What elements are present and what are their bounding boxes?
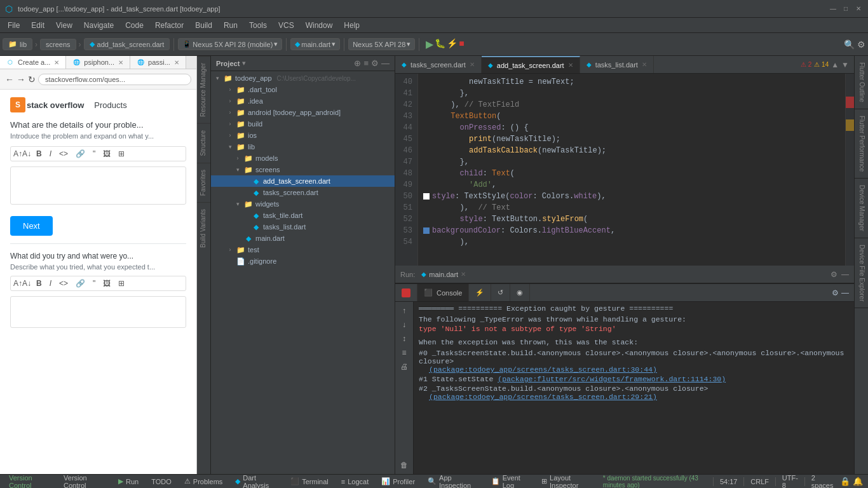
notifications-icon[interactable]: 🔔 xyxy=(853,477,863,486)
tab-tasks-list[interactable]: ◆ tasks_list.dart ✕ xyxy=(580,56,654,73)
menu-window[interactable]: Window xyxy=(301,20,338,31)
code-icon2[interactable]: <> xyxy=(57,279,71,288)
build-variants-tab[interactable]: Build Variants xyxy=(197,202,210,254)
minimize-button[interactable]: — xyxy=(829,4,837,13)
minimize-run-icon[interactable]: — xyxy=(841,270,849,279)
favorites-tab[interactable]: Favorites xyxy=(197,163,210,202)
flutter-performance-tab[interactable]: Flutter Performance xyxy=(855,109,868,179)
device-selector[interactable]: 📱 Nexus 5X API 28 (mobile) ▾ xyxy=(178,38,282,50)
stop-button[interactable]: ■ xyxy=(459,38,464,50)
api-selector[interactable]: Nexus 5X API 28 ▾ xyxy=(348,38,415,50)
menu-refactor[interactable]: Refactor xyxy=(150,20,189,31)
tree-screens[interactable]: ▾ 📁 screens xyxy=(211,164,395,175)
tree-idea[interactable]: › 📁 .idea xyxy=(211,95,395,107)
scroll-up-btn[interactable]: ↑ xyxy=(398,304,410,317)
tree-tasks-screen[interactable]: ◆ tasks_screen.dart xyxy=(211,187,395,198)
link-icon2[interactable]: 🔗 xyxy=(73,279,88,288)
tab-lightning[interactable]: ⚡ xyxy=(469,284,491,301)
frame2-link-text[interactable]: (package:todoey_app/screens/tasks_screen… xyxy=(429,393,657,401)
menu-run[interactable]: Run xyxy=(219,20,243,31)
version-control-label[interactable]: Version Control xyxy=(60,474,109,489)
tree-root[interactable]: ▾ 📁 todoey_app C:\Users\Copycat\develop.… xyxy=(211,72,395,84)
console-output[interactable]: ════════ ========== Exception caught by … xyxy=(414,302,854,474)
resource-manager-tab[interactable]: Resource Manager xyxy=(197,56,210,123)
tab-tasks-screen[interactable]: ◆ tasks_screen.dart ✕ xyxy=(395,56,482,73)
tree-build[interactable]: › 📁 build xyxy=(211,118,395,130)
tree-ios[interactable]: › 📁 ios xyxy=(211,130,395,141)
tree-android[interactable]: › 📁 android [todoey_app_android] xyxy=(211,107,395,118)
frame0-link-text[interactable]: (package:todoey_app/screens/tasks_screen… xyxy=(429,365,657,374)
scroll-down-btn[interactable]: ↓ xyxy=(398,318,410,331)
close-tab-add-task[interactable]: ✕ xyxy=(568,62,573,69)
tree-models[interactable]: › 📁 models xyxy=(211,152,395,164)
tree-dart-tool[interactable]: › 📁 .dart_tool xyxy=(211,84,395,95)
quote-icon[interactable]: " xyxy=(90,149,98,158)
menu-vcs[interactable]: VCS xyxy=(273,20,299,31)
table-icon[interactable]: ⊞ xyxy=(116,149,127,158)
code-content[interactable]: newTaskTitle = newText; }, ), // TextFie… xyxy=(418,74,845,266)
browser-tab-create[interactable]: ⬡ Create a... ✕ xyxy=(0,56,66,69)
clear-console-btn[interactable]: 🗑 xyxy=(398,459,410,471)
url-bar[interactable]: stackoverflow.com/ques... xyxy=(38,74,191,85)
version-control-btn[interactable]: Version Control xyxy=(5,474,55,489)
bold-icon2[interactable]: B xyxy=(34,279,44,288)
run-settings-icon[interactable]: ⚙ xyxy=(831,270,837,279)
tree-add-task-screen[interactable]: ◆ add_task_screen.dart xyxy=(211,175,395,187)
console-minimize-icon[interactable]: — xyxy=(841,288,849,297)
maximize-button[interactable]: □ xyxy=(841,4,850,13)
quote-icon2[interactable]: " xyxy=(90,279,98,288)
problems-btn[interactable]: ⚠ Problems xyxy=(180,477,226,485)
main-dart-selector[interactable]: ◆ main.dart ▾ xyxy=(290,38,340,50)
font-size-icon[interactable]: A↑A↓ xyxy=(13,149,31,158)
tab-close-psiphon[interactable]: ✕ xyxy=(118,59,123,66)
browser-tab-psiphon[interactable]: 🌐 psiphon... ✕ xyxy=(66,56,130,69)
device-file-explorer-tab[interactable]: Device File Explorer xyxy=(855,238,868,308)
profiler-btn[interactable]: 📊 Profiler xyxy=(377,477,419,485)
encoding[interactable]: UTF-8 xyxy=(778,474,802,489)
forward-button[interactable]: → xyxy=(17,74,25,85)
table-icon2[interactable]: ⊞ xyxy=(116,279,127,288)
console-stop-btn[interactable] xyxy=(395,284,417,301)
crosshair-icon[interactable]: ⊕ xyxy=(354,58,361,68)
run-button[interactable]: ▶ xyxy=(426,38,433,50)
dart-analysis-btn[interactable]: ◆ Dart Analysis xyxy=(231,474,281,489)
git-icon[interactable]: 🔒 xyxy=(840,477,850,486)
browser-tab-passi[interactable]: 🌐 passi... ✕ xyxy=(130,56,186,69)
question-editor-2[interactable] xyxy=(10,296,186,328)
tree-task-tile[interactable]: ◆ task_tile.dart xyxy=(211,210,395,221)
tab-close-create[interactable]: ✕ xyxy=(54,59,59,66)
device-manager-tab[interactable]: Device Manager xyxy=(855,179,868,238)
menu-file[interactable]: File xyxy=(3,20,25,31)
refresh-button[interactable]: ↻ xyxy=(28,74,36,85)
tree-tasks-list[interactable]: ◆ tasks_list.dart xyxy=(211,221,395,233)
font-size-icon2[interactable]: A↑A↓ xyxy=(13,279,31,288)
bold-icon[interactable]: B xyxy=(34,149,44,158)
menu-build[interactable]: Build xyxy=(190,20,217,31)
flutter-outline-tab[interactable]: Flutter Outline xyxy=(855,56,868,109)
menu-help[interactable]: Help xyxy=(339,20,365,31)
close-run-tab[interactable]: ✕ xyxy=(461,271,466,278)
tree-lib[interactable]: ▾ 📁 lib xyxy=(211,141,395,152)
app-inspection-btn[interactable]: 🔍 App Inspection xyxy=(424,474,482,489)
run-status-btn[interactable]: ▶ Run xyxy=(114,477,142,485)
filter-console-btn[interactable]: ≡ xyxy=(398,346,410,359)
chevron-down-icon-editor[interactable]: ▼ xyxy=(841,60,849,69)
run-tab-main[interactable]: ◆ main.dart ✕ xyxy=(421,271,466,278)
indent-setting[interactable]: 2 spaces xyxy=(808,474,837,489)
close-tab-tasks-list[interactable]: ✕ xyxy=(642,61,647,68)
menu-view[interactable]: View xyxy=(51,20,78,31)
tab-add-task-screen[interactable]: ◆ add_task_screen.dart ✕ xyxy=(482,56,580,73)
tab-refresh[interactable]: ↺ xyxy=(491,284,510,301)
structure-tab[interactable]: Structure xyxy=(197,123,210,163)
back-button[interactable]: ← xyxy=(5,74,14,85)
layout-inspector-btn[interactable]: ⊞ Layout Inspector xyxy=(538,474,598,489)
chevron-down-icon-project[interactable]: ▾ xyxy=(242,59,246,67)
stop-icon[interactable] xyxy=(402,288,410,297)
wrap-btn[interactable]: ↕ xyxy=(398,332,410,345)
frame1-link[interactable]: (package:flutter/src/widgets/framework.d… xyxy=(498,375,726,383)
tab-console[interactable]: ⬛ Console xyxy=(417,284,469,301)
tab-dot[interactable]: ◉ xyxy=(510,284,530,301)
close-icon-sidebar[interactable]: — xyxy=(381,58,390,68)
console-settings-icon[interactable]: ⚙ xyxy=(832,288,839,297)
search-icon[interactable]: 🔍 xyxy=(844,39,855,50)
